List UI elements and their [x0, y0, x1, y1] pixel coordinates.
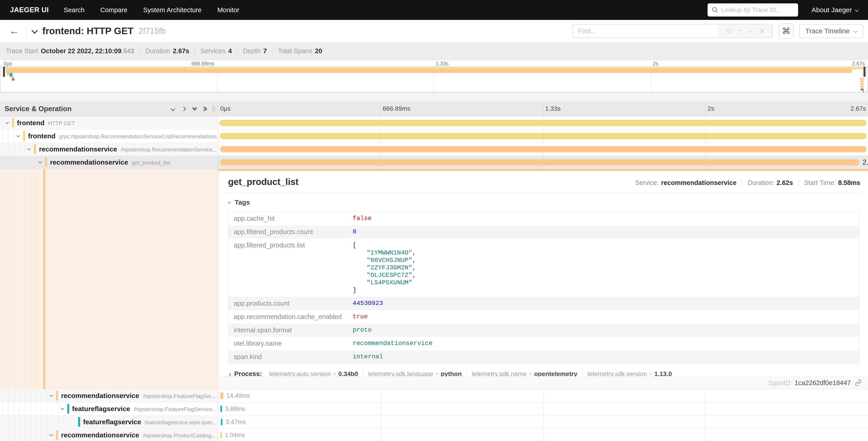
span-duration-label: 3.47ms	[226, 418, 246, 425]
span-row[interactable]: recommendationservice/hipstershop.Featur…	[0, 389, 868, 402]
column-resize-grip[interactable]	[213, 106, 215, 112]
chevron-down-icon[interactable]	[50, 393, 53, 397]
focus-target-icon[interactable]	[726, 28, 733, 34]
keyboard-shortcuts-button[interactable]: ⌘	[779, 24, 794, 38]
tag-value: ["1YMWWN1N4O","66VCHSJNUP","2ZYFJ3GM2N",…	[347, 239, 859, 297]
span-row[interactable]: recommendationserviceget_product_list2.6…	[0, 156, 868, 169]
tag-key: app.products.count	[228, 297, 347, 310]
search-icon	[712, 6, 718, 13]
tick-label: 0μs	[4, 61, 12, 67]
start-time-value: 8.58ms	[838, 179, 860, 186]
tag-row[interactable]: internal.span.formatproto	[228, 324, 859, 337]
expand-one-icon[interactable]	[182, 107, 185, 111]
minimap-span-bar	[6, 69, 852, 73]
about-jaeger-menu[interactable]: About Jaeger	[812, 6, 858, 14]
operation-name: HTTP GET	[48, 120, 75, 126]
trace-minimap[interactable]	[0, 66, 868, 92]
tag-row[interactable]: app.recommendation.cache_enabledtrue	[228, 310, 859, 324]
service-name: frontend	[17, 119, 44, 126]
tags-section-toggle[interactable]: Tags	[228, 199, 860, 206]
span-row[interactable]: frontendgrpc.hipstershop.RecommendationS…	[0, 129, 868, 143]
chevron-down-icon[interactable]	[6, 120, 8, 124]
span-color-indicator	[43, 169, 45, 389]
tag-row[interactable]: app.products.count44530923	[228, 297, 859, 310]
trace-start-value: October 22 2022, 22:10:09	[41, 47, 121, 55]
tick-label: 2.67s	[852, 61, 865, 67]
span-color-indicator	[78, 417, 80, 427]
service-name: frontend	[28, 132, 56, 140]
trace-page-header: ← frontend: HTTP GET 2f715fb ✕ ⌘ Trace T…	[0, 20, 868, 42]
trace-start-ms: .543	[122, 47, 134, 55]
span-row[interactable]: featureflagservice/hipstershop.FeatureFl…	[0, 402, 868, 415]
find-input[interactable]	[572, 24, 718, 38]
span-bar[interactable]	[219, 120, 867, 126]
find-clear-button[interactable]: ✕	[759, 27, 765, 35]
trace-collapse-chevron-icon[interactable]	[32, 28, 37, 34]
process-tag: telemetry.sdk.version=1.13.0	[583, 371, 677, 377]
span-color-indicator	[34, 144, 36, 154]
command-icon: ⌘	[782, 26, 790, 36]
deep-link-icon[interactable]	[855, 379, 862, 386]
operation-name: /hipstershop.FeatureFlagService…	[143, 393, 217, 399]
collapse-one-icon[interactable]	[171, 107, 175, 111]
operation-name: get_product_list	[132, 159, 170, 166]
chevron-down-icon[interactable]	[50, 432, 53, 437]
trace-id-short: 2f715fb	[138, 26, 166, 36]
back-button[interactable]: ←	[6, 23, 22, 39]
operation-name: /hipstershop.FeatureFlagService/Ge…	[134, 406, 217, 412]
tag-row[interactable]: app.cache_hitfalse	[228, 212, 859, 226]
double-chevron-down-icon[interactable]	[193, 108, 196, 110]
span-bar[interactable]	[220, 432, 222, 439]
minimap-left-handle[interactable]	[3, 67, 5, 77]
nav-item-system-architecture[interactable]: System Architecture	[143, 6, 202, 14]
chevron-down-icon[interactable]	[28, 146, 30, 151]
nav-item-search[interactable]: Search	[64, 6, 85, 14]
span-color-indicator	[12, 118, 14, 128]
span-rows: frontendHTTP GETfrontendgrpc.hipstershop…	[0, 116, 868, 441]
span-bar[interactable]	[220, 146, 867, 152]
span-bar[interactable]	[221, 419, 222, 425]
tag-key: app.cache_hit	[228, 212, 347, 226]
nav-item-compare[interactable]: Compare	[100, 6, 127, 14]
chevron-down-icon[interactable]	[17, 133, 20, 138]
span-bar[interactable]	[220, 392, 223, 399]
service-name: recommendationservice	[39, 145, 117, 153]
nav-item-monitor[interactable]: Monitor	[217, 6, 239, 14]
app-brand[interactable]: JAEGER UI	[10, 6, 49, 14]
span-row[interactable]: recommendationservice/hipstershop.Recomm…	[0, 143, 868, 156]
span-bar[interactable]	[220, 133, 867, 139]
trace-view-selector[interactable]: Trace Timeline	[799, 24, 863, 38]
tag-row[interactable]: otel.library.namerecommendationservice	[228, 337, 859, 350]
trace-duration: 2.67s	[173, 47, 189, 55]
minimap-span-bar	[860, 80, 864, 82]
start-time-label: Start Time:	[804, 179, 836, 186]
trace-id-lookup-input[interactable]	[721, 6, 803, 13]
trace-id-lookup	[708, 3, 798, 17]
service-name: recommendationservice	[61, 392, 139, 399]
tag-key: otel.library.name	[228, 337, 347, 350]
tag-row[interactable]: app.filtered_products.count8	[228, 225, 859, 239]
find-next-button[interactable]	[749, 29, 752, 33]
double-chevron-right-icon[interactable]	[204, 107, 207, 111]
tick-label: 2s	[708, 105, 714, 112]
find-control: ✕	[572, 24, 773, 38]
span-row[interactable]: recommendationservice/hipstershop.Produc…	[0, 429, 868, 441]
span-row[interactable]: featureflagservicefeatureflagservice.rep…	[0, 415, 868, 429]
minimap-span-bar	[12, 78, 14, 81]
span-row[interactable]: frontendHTTP GET	[0, 116, 868, 129]
chevron-down-icon[interactable]	[61, 406, 64, 410]
span-color-indicator	[23, 131, 25, 141]
tag-key: app.filtered_products.count	[228, 225, 347, 239]
find-prev-button[interactable]	[740, 29, 742, 33]
minimap-span-bar	[860, 78, 864, 80]
chevron-down-icon[interactable]	[39, 159, 41, 164]
span-bar[interactable]	[220, 406, 222, 412]
tag-row[interactable]: span.kindinternal	[228, 350, 859, 364]
tag-value: recommendationservice	[347, 337, 859, 350]
span-bar[interactable]	[220, 159, 859, 166]
span-color-indicator	[56, 430, 58, 440]
minimap-right-handle[interactable]	[864, 67, 866, 77]
divider	[26, 25, 27, 37]
depth-count: 7	[263, 47, 267, 55]
tag-row[interactable]: app.filtered_products.list["1YMWWN1N4O",…	[228, 239, 859, 297]
